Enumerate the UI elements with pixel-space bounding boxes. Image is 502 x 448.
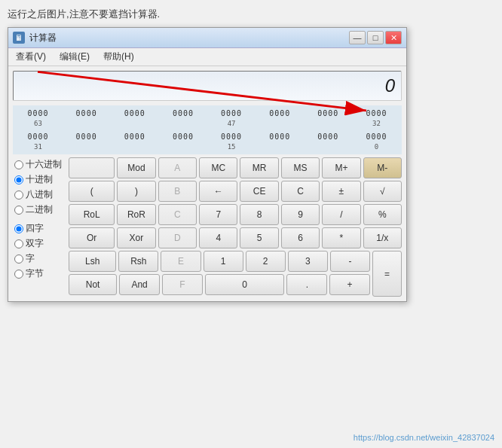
hex-radio[interactable] [14,160,23,169]
mr-btn[interactable]: MR [240,157,278,178]
f-btn[interactable]: F [162,274,203,295]
d-btn[interactable]: D [158,227,197,248]
div-btn[interactable]: / [322,204,360,225]
lsh-btn[interactable]: Lsh [69,251,116,272]
base-radio-group: 十六进制 十进制 八进制 二进制 [13,157,66,217]
mod-btn[interactable]: Mod [117,157,155,178]
byte-radio[interactable] [14,270,23,279]
bin-radio[interactable] [14,206,23,215]
word-radio[interactable] [14,254,23,264]
ce-btn[interactable]: CE [240,181,278,202]
percent-btn[interactable]: % [363,204,402,225]
8-btn[interactable]: 8 [240,204,278,225]
dec-radio[interactable] [14,175,23,184]
btn-row-4: Or Xor D 4 5 6 * 1/x [69,227,402,248]
b-btn[interactable]: B [158,181,197,202]
equals-btn[interactable]: = [372,251,402,297]
bit-row-2: 000031 0000 0000 0000 000015 0000 0000 0… [17,131,397,153]
2-btn[interactable]: 2 [246,251,286,272]
menu-help[interactable]: 帮助(H) [100,50,137,64]
btn-row-5: Lsh Rsh E 1 2 3 - [69,251,370,272]
dec-radio-label[interactable]: 十进制 [13,172,66,187]
7-btn[interactable]: 7 [199,204,237,225]
app-icon: 🖩 [13,32,25,44]
c-btn[interactable]: C [281,181,320,202]
sqrt-btn[interactable]: √ [363,181,402,202]
menu-view[interactable]: 查看(V) [13,50,49,64]
restore-button[interactable]: □ [367,31,384,44]
and-btn[interactable]: And [119,274,160,295]
mplus-btn[interactable]: M+ [322,157,360,178]
word-radio-group: 四字 双字 字 字节 [13,221,66,281]
4-btn[interactable]: 4 [199,227,237,248]
menu-edit[interactable]: 编辑(E) [57,50,93,64]
not-btn[interactable]: Not [69,274,117,295]
bin-radio-label[interactable]: 二进制 [13,203,66,217]
ror-btn[interactable]: RoR [117,204,155,225]
1-btn[interactable]: 1 [204,251,243,272]
title-left: 🖩 计算器 [13,32,57,44]
title-buttons: — □ ✕ [349,31,402,44]
close-button[interactable]: ✕ [385,31,402,44]
minimize-button[interactable]: — [349,31,366,44]
back-btn[interactable]: ← [199,181,237,202]
dword-radio-label[interactable]: 双字 [13,236,66,251]
xor-btn[interactable]: Xor [117,227,155,248]
btn-row-6: Not And F 0 . + [69,274,370,295]
btn-row-3: RoL RoR C 7 8 9 / % [69,204,402,225]
display-value: 0 [385,75,395,96]
ms-btn[interactable]: MS [281,157,320,178]
top-instruction: 运行之后图片,注意不要遮挡计算器. [8,8,494,21]
dword-radio[interactable] [14,239,23,248]
hex-radio-label[interactable]: 十六进制 [13,157,66,172]
rsh-btn[interactable]: Rsh [118,251,158,272]
plusminus-btn[interactable]: ± [322,181,360,202]
reciprocal-btn[interactable]: 1/x [363,227,402,248]
watermark: https://blog.csdn.net/weixin_42837024 [354,433,494,442]
page-background: 运行之后图片,注意不要遮挡计算器. 🖩 计算器 — □ ✕ 查看(V) 编辑(E… [0,0,502,448]
oct-radio[interactable] [14,190,23,200]
5-btn[interactable]: 5 [240,227,278,248]
6-btn[interactable]: 6 [281,227,320,248]
mc-btn[interactable]: MC [199,157,237,178]
plus-btn[interactable]: + [329,274,370,295]
btn-row-1: Mod A MC MR MS M+ M- [69,157,402,178]
bit-row-1: 000063 0000 0000 0000 000047 0000 0000 0… [17,108,397,130]
mminus-btn[interactable]: M- [363,157,402,178]
dot-btn[interactable]: . [286,274,327,295]
bit-display: 000063 0000 0000 0000 000047 0000 0000 0… [13,105,402,154]
button-grid: Mod A MC MR MS M+ M- ( ) B ← CE [69,157,402,297]
e-btn[interactable]: E [161,251,200,272]
empty-btn[interactable] [69,157,115,178]
3-btn[interactable]: 3 [288,251,328,272]
display-area: 0 [13,71,402,101]
byte-radio-label[interactable]: 字节 [13,267,66,281]
mul-btn[interactable]: * [322,227,360,248]
oct-radio-label[interactable]: 八进制 [13,187,66,202]
menu-bar: 查看(V) 编辑(E) 帮助(H) [8,48,406,66]
title-bar: 🖩 计算器 — □ ✕ [8,28,406,48]
rparen-btn[interactable]: ) [117,181,155,202]
calculator-window: 🖩 计算器 — □ ✕ 查看(V) 编辑(E) 帮助(H) 0 [8,27,407,302]
minus-btn[interactable]: - [330,251,370,272]
btn-row-2: ( ) B ← CE C ± √ [69,181,402,202]
word-radio-label[interactable]: 字 [13,251,66,266]
left-panel: 十六进制 十进制 八进制 二进制 [13,157,66,297]
lparen-btn[interactable]: ( [69,181,115,202]
or-btn[interactable]: Or [69,227,115,248]
calc-body: 十六进制 十进制 八进制 二进制 [8,157,406,301]
a-btn[interactable]: A [158,157,197,178]
0-btn[interactable]: 0 [205,274,285,295]
9-btn[interactable]: 9 [281,204,320,225]
rol-btn[interactable]: RoL [69,204,115,225]
qword-radio[interactable] [14,224,23,233]
window-title: 计算器 [29,32,57,44]
c2-btn[interactable]: C [158,204,197,225]
qword-radio-label[interactable]: 四字 [13,221,66,236]
